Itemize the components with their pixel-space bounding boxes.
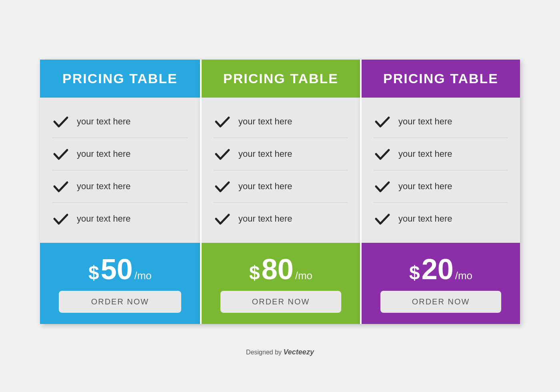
price-period-purple: /mo [455, 270, 472, 282]
footer-brand: Designed by Vecteezy [246, 348, 314, 356]
pricing-tables: PRICING TABLE your text here your text h… [24, 36, 536, 340]
feature-text-blue-2: your text here [77, 181, 131, 192]
feature-text-blue-3: your text here [77, 214, 131, 224]
pricing-card-green: PRICING TABLE your text here your text h… [200, 60, 360, 324]
pricing-card-blue: PRICING TABLE your text here your text h… [40, 60, 200, 324]
feature-text-green-3: your text here [238, 214, 292, 224]
checkmark-icon [214, 178, 231, 195]
checkmark-icon [374, 145, 391, 163]
footer-brand-name: Vecteezy [284, 348, 314, 356]
card-features-blue: your text here your text here your text … [40, 98, 200, 243]
order-button-blue[interactable]: ORDER NOW [59, 291, 181, 313]
feature-text-green-2: your text here [238, 181, 292, 192]
price-currency-green: $ [249, 262, 260, 284]
feature-text-purple-0: your text here [398, 116, 452, 127]
pricing-card-purple: PRICING TABLE your text here your text h… [360, 60, 520, 324]
card-header-purple: PRICING TABLE [362, 60, 520, 98]
feature-text-green-0: your text here [238, 116, 292, 127]
feature-text-green-1: your text here [238, 149, 292, 159]
feature-item-blue-2: your text here [52, 170, 188, 203]
price-period-green: /mo [295, 270, 312, 282]
card-title-blue: PRICING TABLE [62, 71, 178, 86]
feature-item-purple-1: your text here [374, 138, 508, 170]
feature-item-green-1: your text here [214, 138, 348, 170]
feature-text-blue-0: your text here [77, 116, 131, 127]
feature-item-blue-0: your text here [52, 106, 188, 138]
checkmark-icon [214, 210, 231, 228]
feature-text-purple-1: your text here [398, 149, 452, 159]
feature-item-purple-3: your text here [374, 203, 508, 235]
checkmark-icon [374, 178, 391, 195]
checkmark-icon [52, 145, 70, 163]
feature-text-purple-2: your text here [398, 181, 452, 192]
feature-text-blue-1: your text here [77, 149, 131, 159]
checkmark-icon [214, 113, 231, 130]
card-features-green: your text here your text here your text … [202, 98, 360, 243]
feature-item-blue-3: your text here [52, 203, 188, 235]
feature-item-blue-1: your text here [52, 138, 188, 170]
feature-item-purple-0: your text here [374, 106, 508, 138]
card-header-green: PRICING TABLE [202, 60, 360, 98]
checkmark-icon [52, 113, 70, 130]
checkmark-icon [214, 145, 231, 163]
checkmark-icon [52, 210, 70, 228]
price-amount-green: 80 [262, 255, 294, 284]
card-features-purple: your text here your text here your text … [362, 98, 520, 243]
feature-text-purple-3: your text here [398, 214, 452, 224]
price-currency-purple: $ [409, 262, 420, 284]
checkmark-icon [374, 210, 391, 228]
checkmark-icon [374, 113, 391, 130]
price-display-blue: $50/mo [88, 255, 152, 284]
feature-item-purple-2: your text here [374, 170, 508, 203]
footer-designed-by: Designed by [246, 349, 283, 356]
card-title-purple: PRICING TABLE [383, 71, 498, 86]
feature-item-green-0: your text here [214, 106, 348, 138]
price-period-blue: /mo [134, 270, 152, 282]
price-display-green: $80/mo [249, 255, 312, 284]
card-title-green: PRICING TABLE [223, 71, 338, 86]
price-amount-purple: 20 [422, 255, 454, 284]
card-header-blue: PRICING TABLE [40, 60, 200, 98]
card-footer-green: $80/moORDER NOW [202, 243, 360, 324]
card-footer-blue: $50/moORDER NOW [40, 243, 200, 324]
card-footer-purple: $20/moORDER NOW [362, 243, 520, 324]
price-currency-blue: $ [88, 262, 99, 284]
price-display-purple: $20/mo [409, 255, 472, 284]
price-amount-blue: 50 [101, 255, 133, 284]
feature-item-green-3: your text here [214, 203, 348, 235]
order-button-purple[interactable]: ORDER NOW [380, 291, 502, 313]
order-button-green[interactable]: ORDER NOW [220, 291, 342, 313]
feature-item-green-2: your text here [214, 170, 348, 203]
checkmark-icon [52, 178, 70, 195]
